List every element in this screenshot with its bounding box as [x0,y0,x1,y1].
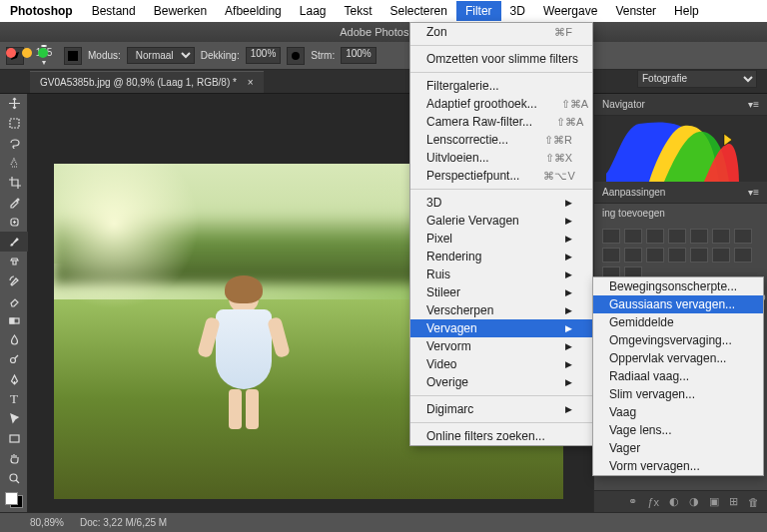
menu-item-pixelate[interactable]: Pixel▶ [410,230,592,248]
submenu-lens-blur[interactable]: Vage lens... [593,421,763,439]
blur-tool[interactable] [0,330,28,350]
adj-thresh-icon[interactable] [734,248,752,263]
menu-item-stylize[interactable]: Stileer▶ [410,283,592,301]
menu-item-filter-gallery[interactable]: Filtergalerie... [410,77,592,95]
menu-item-digimarc[interactable]: Digimarc▶ [410,400,592,418]
panel-menu-icon[interactable]: ▾≡ [748,187,759,198]
menu-tekst[interactable]: Tekst [336,1,382,21]
menu-item-video[interactable]: Video▶ [410,355,592,373]
menu-item-smart-filters[interactable]: Omzetten voor slimme filters [410,50,592,68]
minimize-window-button[interactable] [22,48,32,58]
trash-icon[interactable]: 🗑 [748,496,759,508]
flow-value[interactable]: 100% [341,47,377,64]
adj-exposure-icon[interactable] [668,229,686,244]
menu-item-last-filter[interactable]: Zon ⌘F [410,23,592,41]
submenu-average[interactable]: Gemiddelde [593,313,763,331]
adj-vibrance-icon[interactable] [690,229,708,244]
menu-item-render[interactable]: Rendering▶ [410,248,592,266]
new-layer-icon[interactable]: ⊞ [729,495,738,508]
zoom-tool[interactable] [0,468,28,488]
adj-invert-icon[interactable] [690,248,708,263]
link-layers-icon[interactable]: ⚭ [628,495,637,508]
menu-bestand[interactable]: Bestand [83,1,145,21]
submenu-gaussian-blur[interactable]: Gaussiaans vervagen... [593,295,763,313]
adj-photo-icon[interactable] [624,248,642,263]
gradient-tool[interactable] [0,310,28,330]
adjustment-layer-icon[interactable]: ◑ [689,495,699,508]
lasso-tool[interactable] [0,134,28,154]
opacity-value[interactable]: 100% [246,47,282,64]
adj-levels-icon[interactable] [624,229,642,244]
adj-hue-icon[interactable] [712,229,730,244]
menu-weergave[interactable]: Weergave [534,1,606,21]
doc-size[interactable]: Doc: 3,22 M/6,25 M [80,517,167,528]
document-tab[interactable]: GV0A5385b.jpg @ 80,9% (Laag 1, RGB/8) * … [30,71,264,93]
menu-afbeelding[interactable]: Afbeelding [216,1,291,21]
healing-brush-tool[interactable] [0,213,28,233]
fx-icon[interactable]: ƒx [647,496,659,508]
adj-curves-icon[interactable] [646,229,664,244]
menu-item-liquify[interactable]: Uitvloeien...⇧⌘X [410,149,592,167]
clone-stamp-tool[interactable] [0,252,28,271]
menu-3d[interactable]: 3D [501,1,534,21]
adj-bw-icon[interactable] [602,248,620,263]
pen-tool[interactable] [0,370,28,390]
path-select-tool[interactable] [0,409,28,429]
brush-tool[interactable] [0,232,28,252]
menu-item-camera-raw[interactable]: Camera Raw-filter...⇧⌘A [410,113,592,131]
brush-panel-toggle[interactable] [64,47,82,65]
zoom-window-button[interactable] [38,48,48,58]
blend-mode-select[interactable]: Normaal [127,47,195,64]
submenu-shape-blur[interactable]: Vorm vervagen... [593,457,763,475]
menu-item-sharpen[interactable]: Verscherpen▶ [410,301,592,319]
hand-tool[interactable] [0,449,28,469]
menu-item-blur-gallery[interactable]: Galerie Vervagen▶ [410,212,592,230]
menu-item-adaptive-wide[interactable]: Adaptief groothoek...⇧⌘A [410,95,592,113]
menu-item-blur[interactable]: Vervagen▶ [410,319,592,337]
submenu-blur-more[interactable]: Vager [593,439,763,457]
move-tool[interactable] [0,94,28,114]
foreground-color[interactable] [5,492,18,505]
submenu-surface-blur[interactable]: Omgevingsvervaging... [593,331,763,349]
menu-item-noise[interactable]: Ruis▶ [410,266,592,283]
submenu-motion-blur[interactable]: Bewegingsonscherpte... [593,277,763,295]
type-tool[interactable]: T [0,389,28,409]
quick-select-tool[interactable] [0,153,28,173]
close-window-button[interactable] [6,48,16,58]
eraser-tool[interactable] [0,291,28,311]
panel-menu-icon[interactable]: ▾≡ [748,99,759,110]
menu-item-3d[interactable]: 3D▶ [410,194,592,212]
submenu-smart-blur[interactable]: Slim vervagen... [593,385,763,403]
menu-venster[interactable]: Venster [606,1,665,21]
color-swatch[interactable] [5,492,23,508]
menu-item-distort[interactable]: Vervorm▶ [410,337,592,355]
submenu-radial-blur[interactable]: Radiaal vaag... [593,367,763,385]
dodge-tool[interactable] [0,350,28,370]
menu-item-vanishing-point[interactable]: Perspectiefpunt...⌘⌥V [410,167,592,185]
marquee-tool[interactable] [0,114,28,134]
opacity-pressure-toggle[interactable] [287,47,305,65]
adj-post-icon[interactable] [712,248,730,263]
zoom-level[interactable]: 80,89% [30,517,64,528]
menu-filter[interactable]: Filter [456,1,501,21]
menu-item-other[interactable]: Overige▶ [410,373,592,391]
shape-tool[interactable] [0,429,28,449]
submenu-blur[interactable]: Vaag [593,403,763,421]
adj-chmix-icon[interactable] [646,248,664,263]
history-brush-tool[interactable] [0,271,28,291]
mask-icon[interactable]: ◐ [669,495,679,508]
menu-item-browse-online[interactable]: Online filters zoeken... [410,427,592,445]
menu-bewerken[interactable]: Bewerken [145,1,216,21]
adj-lookup-icon[interactable] [668,248,686,263]
adj-colbal-icon[interactable] [734,229,752,244]
eyedropper-tool[interactable] [0,193,28,213]
submenu-box-blur[interactable]: Oppervlak vervagen... [593,349,763,367]
navigator-panel-header[interactable]: Navigator ▾≡ [594,94,767,116]
crop-tool[interactable] [0,173,28,193]
adj-brightness-icon[interactable] [602,229,620,244]
menu-item-lens-correction[interactable]: Lenscorrectie...⇧⌘R [410,131,592,149]
menu-selecteren[interactable]: Selecteren [382,1,456,21]
adjustments-panel-header[interactable]: Aanpassingen ▾≡ [594,182,767,204]
group-icon[interactable]: ▣ [709,495,719,508]
workspace-switcher[interactable]: Fotografie [637,68,757,88]
